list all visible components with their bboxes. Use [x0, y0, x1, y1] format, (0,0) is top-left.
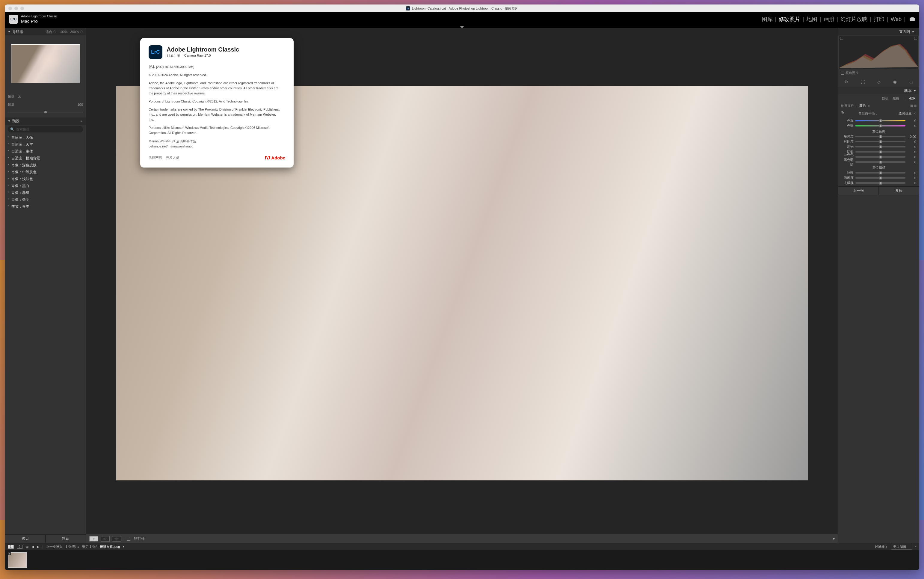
navigator-header[interactable]: ▼ 导航器 适合 ◇ 100% 300% ◇	[5, 28, 86, 35]
topbar: LrC Adobe Lightroom Classic Mac Pro 图库| …	[5, 12, 415, 26]
adobe-logo: Adobe	[265, 155, 285, 160]
preset-item[interactable]: 肖像：深色皮肤	[5, 162, 86, 169]
disclosure-icon: ▼	[8, 119, 10, 123]
window-title: Lr Lightroom Catalog.lrcat - Adobe Photo…	[406, 6, 415, 11]
zoom-window-button[interactable]	[20, 7, 24, 10]
window-controls	[8, 7, 24, 10]
preset-amount-value: 100	[78, 103, 83, 106]
preset-item[interactable]: 季节：春季	[5, 203, 86, 210]
preset-search[interactable]: 🔍 搜索预设	[8, 126, 83, 132]
about-trademark-3: Certain trademarks are owned by The Prox…	[149, 107, 281, 122]
presets-header[interactable]: ▼ 预设 ＋	[5, 118, 86, 125]
preset-item[interactable]: 肖像：群组	[5, 190, 86, 196]
about-copyright: © 2007-2024 Adobe. All rights reserved.	[149, 72, 281, 78]
preset-item[interactable]: 肖像：黑白	[5, 183, 86, 190]
app-window: Lr Lightroom Catalog.lrcat - Adobe Photo…	[5, 5, 415, 260]
legal-link[interactable]: 法律声明	[149, 155, 162, 160]
about-trademark-1: Adobe, the Adobe logo, Lightroom, and Ph…	[149, 81, 281, 96]
about-title: Adobe Lightroom Classic	[167, 46, 239, 53]
preset-list: 自适应：人像 自适应：天空 自适应：主体 自适应：模糊背景 肖像：深色皮肤 肖像…	[5, 134, 86, 260]
about-build: 版本 [202410161356-30922cfc]	[149, 64, 281, 70]
brand-product: Adobe Lightroom Classic	[21, 15, 57, 18]
preset-amount-label: 数量	[8, 102, 15, 107]
titlebar: Lr Lightroom Catalog.lrcat - Adobe Photo…	[5, 5, 415, 12]
brand: LrC Adobe Lightroom Classic Mac Pro	[9, 15, 57, 24]
preset-item[interactable]: 自适应：模糊背景	[5, 155, 86, 162]
navigator-thumbnail-area	[5, 35, 86, 92]
presets-title: 预设	[12, 119, 20, 124]
about-camera-raw: Camera Raw 17.0	[184, 54, 211, 58]
brand-text: Adobe Lightroom Classic Mac Pro	[21, 15, 57, 24]
brand-icon: LrC	[9, 15, 18, 24]
about-body[interactable]: 版本 [202410161356-30922cfc] © 2007-2024 A…	[149, 64, 285, 152]
window-title-text: Lightroom Catalog.lrcat - Adobe Photosho…	[412, 6, 415, 11]
add-preset-icon[interactable]: ＋	[80, 119, 83, 123]
preset-search-placeholder: 搜索预设	[16, 127, 29, 132]
credits-link[interactable]: 开发人员	[166, 155, 179, 160]
brand-sub: Mac Pro	[21, 19, 57, 24]
about-footer: 法律声明 开发人员 Adobe	[149, 155, 285, 160]
preset-item[interactable]: 自适应：人像	[5, 134, 86, 141]
left-panel: ▼ 导航器 适合 ◇ 100% 300% ◇ 预设：无 数量 10	[5, 28, 86, 260]
app-icon: Lr	[406, 6, 410, 10]
preset-item[interactable]: 肖像：浅肤色	[5, 176, 86, 183]
top-panel-toggle[interactable]	[5, 26, 415, 28]
about-header: LrC Adobe Lightroom Classic 14.0.1 版 Cam…	[149, 45, 285, 59]
preset-preview-label: 预设：无	[5, 92, 86, 100]
preset-item[interactable]: 肖像：鲜明	[5, 196, 86, 203]
navigator-title: 导航器	[12, 29, 23, 34]
about-app-icon: LrC	[149, 45, 162, 59]
minimize-window-button[interactable]	[15, 7, 18, 10]
search-icon: 🔍	[10, 128, 15, 131]
about-credit: Marina Weishaupt 启动屏幕作品 behance.net/mari…	[149, 139, 281, 149]
navigator-thumbnail[interactable]	[11, 44, 80, 83]
disclosure-icon: ▼	[8, 30, 10, 33]
preset-item[interactable]: 肖像：中等肤色	[5, 169, 86, 176]
preset-item[interactable]: 自适应：主体	[5, 148, 86, 155]
preset-amount-row: 数量 100	[5, 100, 86, 108]
about-trademark-4: Portions utilize Microsoft Windows Media…	[149, 125, 281, 136]
about-version-row: 14.0.1 版 Camera Raw 17.0	[167, 54, 239, 58]
close-window-button[interactable]	[8, 7, 12, 10]
navigator-zoom-controls[interactable]: 适合 ◇ 100% 300% ◇	[46, 29, 83, 34]
preset-item[interactable]: 自适应：天空	[5, 141, 86, 148]
about-dialog: LrC Adobe Lightroom Classic 14.0.1 版 Cam…	[140, 38, 294, 167]
about-version: 14.0.1 版	[167, 54, 180, 58]
preset-amount-slider[interactable]	[8, 109, 83, 115]
about-trademark-2: Portions of Lightroom Classic Copyright …	[149, 99, 281, 104]
